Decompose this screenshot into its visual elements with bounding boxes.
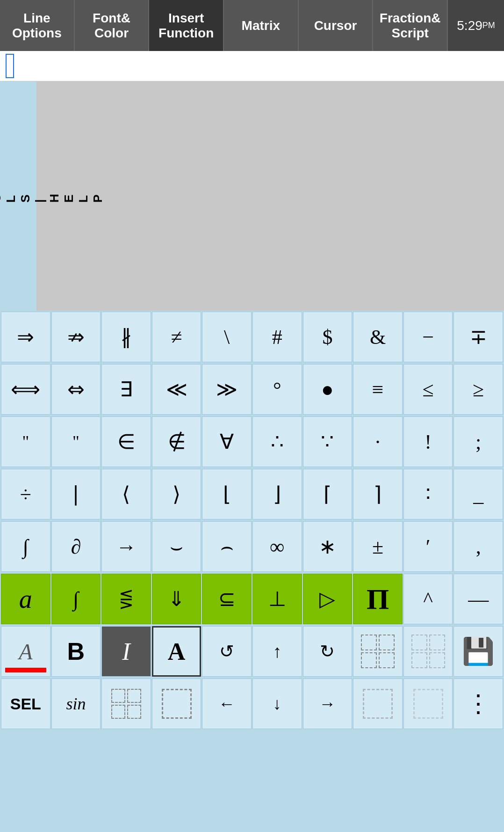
sym-divdot[interactable]: ÷	[1, 469, 50, 519]
tab-insert-function[interactable]: InsertFunction	[149, 0, 224, 51]
sym-exists[interactable]: ∃	[101, 364, 151, 415]
tab-line-options[interactable]: LineOptions	[0, 0, 75, 51]
btn-sin[interactable]: sin	[51, 679, 101, 729]
sym-geq[interactable]: ≥	[454, 364, 503, 415]
sym-rceil[interactable]: ⌉	[353, 469, 403, 519]
sym-backslash[interactable]: \	[202, 312, 252, 362]
symbol-row-4: ÷ ∣ ⟨ ⟩ ⌊ ⌋ ⌈ ⌉ ∶ _	[0, 468, 504, 520]
sym-italic-a[interactable]: a	[1, 574, 50, 624]
tab-font-color[interactable]: Font&Color	[75, 0, 150, 51]
btn-single-box[interactable]	[152, 679, 202, 729]
sym-lceil[interactable]: ⌈	[303, 469, 353, 519]
sym-frown[interactable]: ⌢	[202, 521, 252, 572]
sym-element-of[interactable]: ∈	[101, 416, 151, 467]
sym-caret[interactable]: ^	[403, 574, 453, 624]
sym-ampersand[interactable]: &	[353, 312, 403, 362]
btn-bold[interactable]: B	[51, 626, 101, 677]
sym-partial[interactable]: ∂	[51, 521, 101, 572]
sym-integral[interactable]: ∫	[1, 521, 50, 572]
sym-not-equal[interactable]: ≠	[152, 312, 202, 362]
sym-integral-green[interactable]: ∫	[51, 574, 101, 624]
sym-asterisk[interactable]: ∗	[303, 521, 353, 572]
sym-dollar[interactable]: $	[303, 312, 353, 362]
bottom-row-1: A B I A ↺ ↑ ↻ 💾	[0, 625, 504, 678]
sym-pm-inv[interactable]: ∓	[454, 312, 503, 362]
btn-font-a[interactable]: A	[152, 626, 202, 677]
sym-rfloor[interactable]: ⌋	[252, 469, 302, 519]
btn-undo[interactable]: ↺	[202, 626, 252, 677]
sym-down-arrows[interactable]: ⇓	[152, 574, 202, 624]
btn-save[interactable]: 💾	[454, 626, 503, 677]
sym-not-parallel[interactable]: ∦	[101, 312, 151, 362]
sym-biconditional[interactable]: ⟺	[1, 364, 50, 415]
tab-fraction-script[interactable]: Fraction&Script	[373, 0, 448, 51]
sym-underscore[interactable]: _	[454, 469, 503, 519]
btn-box-3[interactable]	[403, 679, 453, 729]
sym-colon[interactable]: ∶	[403, 469, 453, 519]
sym-rangle[interactable]: ⟩	[152, 469, 202, 519]
btn-right[interactable]: →	[303, 679, 353, 729]
sym-infinity[interactable]: ∞	[252, 521, 302, 572]
preview-area: SYMBOLS|HELP	[0, 81, 504, 311]
status-time: 5:29PM	[448, 0, 504, 51]
btn-sel[interactable]: SEL	[1, 679, 50, 729]
sym-langle[interactable]: ⟨	[101, 469, 151, 519]
btn-left[interactable]: ←	[202, 679, 252, 729]
sym-comma[interactable]: ,	[454, 521, 503, 572]
sym-big-pi[interactable]: Π	[353, 574, 403, 624]
sym-close-quote[interactable]: "	[51, 416, 101, 467]
sym-iff[interactable]: ⇔	[51, 364, 101, 415]
symbol-row-3: " " ∈ ∉ ∀ ∴ ∵ · ! ;	[0, 416, 504, 468]
last-row: SEL sin ← ↓ → ⋮	[0, 678, 504, 730]
btn-font-color-a[interactable]: A	[1, 626, 50, 677]
sym-leq[interactable]: ≤	[403, 364, 453, 415]
sym-not-element-of[interactable]: ∉	[152, 416, 202, 467]
sym-plusminus[interactable]: ±	[353, 521, 403, 572]
btn-italic[interactable]: I	[101, 626, 151, 677]
sym-arrow-right[interactable]: →	[101, 521, 151, 572]
btn-grid-2x2-1[interactable]	[353, 626, 403, 677]
symbol-row-2: ⟺ ⇔ ∃ ≪ ≫ ° ● ≡ ≤ ≥	[0, 363, 504, 416]
tab-matrix[interactable]: Matrix	[224, 0, 299, 51]
sym-therefore[interactable]: ∴	[252, 416, 302, 467]
btn-grid-2x2-2[interactable]	[403, 626, 453, 677]
sym-triangle-right[interactable]: ▷	[303, 574, 353, 624]
sym-exclaim[interactable]: !	[403, 416, 453, 467]
sym-much-less[interactable]: ≪	[152, 364, 202, 415]
sym-minus[interactable]: −	[403, 312, 453, 362]
sym-dot[interactable]: ·	[353, 416, 403, 467]
btn-box-2[interactable]	[353, 679, 403, 729]
btn-up[interactable]: ↑	[252, 626, 302, 677]
sym-degree[interactable]: °	[252, 364, 302, 415]
sym-open-quote[interactable]: "	[1, 416, 50, 467]
sym-not-implies[interactable]: ⇏	[51, 312, 101, 362]
cursor-box	[6, 54, 14, 78]
sym-geq-leq[interactable]: ⋚	[101, 574, 151, 624]
btn-redo[interactable]: ↻	[303, 626, 353, 677]
sidebar-label[interactable]: SYMBOLS|HELP	[0, 81, 36, 311]
sym-much-greater[interactable]: ≫	[202, 364, 252, 415]
sym-hash[interactable]: #	[252, 312, 302, 362]
sym-because[interactable]: ∵	[303, 416, 353, 467]
preview-canvas	[36, 81, 504, 311]
sym-perp[interactable]: ⊥	[252, 574, 302, 624]
sym-forall[interactable]: ∀	[202, 416, 252, 467]
btn-grid-select[interactable]	[101, 679, 151, 729]
sym-lfloor[interactable]: ⌊	[202, 469, 252, 519]
sym-pipe[interactable]: ∣	[51, 469, 101, 519]
sym-em-dash[interactable]: —	[454, 574, 503, 624]
symbol-row-green: a ∫ ⋚ ⇓ ⊆ ⊥ ▷ Π ^ —	[0, 573, 504, 625]
main-toolbar: LineOptions Font&Color InsertFunction Ma…	[0, 0, 504, 51]
btn-down[interactable]: ↓	[252, 679, 302, 729]
btn-more[interactable]: ⋮	[454, 679, 503, 729]
sym-subset[interactable]: ⊆	[202, 574, 252, 624]
input-area[interactable]	[0, 51, 504, 81]
sym-implies[interactable]: ⇒	[1, 312, 50, 362]
sym-semicolon[interactable]: ;	[454, 416, 503, 467]
sym-triple-bar[interactable]: ≡	[353, 364, 403, 415]
tab-cursor[interactable]: Cursor	[299, 0, 374, 51]
sym-bullet[interactable]: ●	[303, 364, 353, 415]
sym-prime[interactable]: ′	[403, 521, 453, 572]
sym-smile[interactable]: ⌣	[152, 521, 202, 572]
symbol-row-5: ∫ ∂ → ⌣ ⌢ ∞ ∗ ± ′ ,	[0, 520, 504, 573]
